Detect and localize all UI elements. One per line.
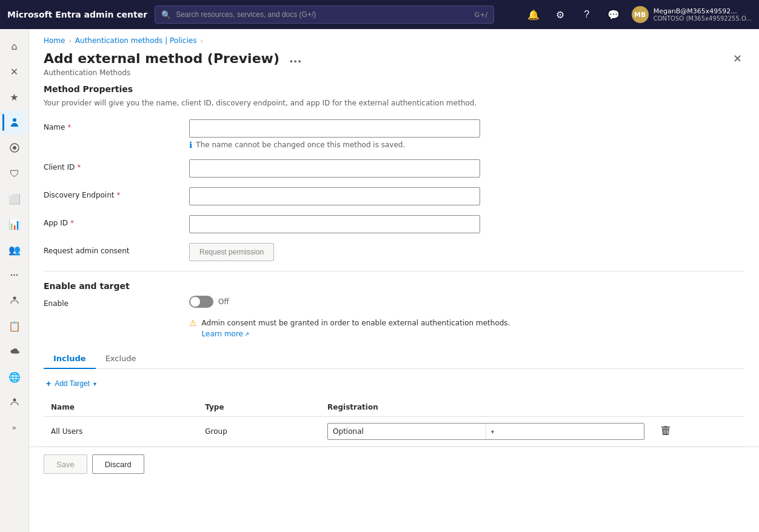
client-id-label: Client ID * bbox=[44, 159, 189, 171]
discovery-endpoint-field bbox=[189, 187, 744, 205]
add-target-button[interactable]: + Add Target ▾ bbox=[44, 376, 99, 391]
page-header-titles: Add external method (Preview) ... Authen… bbox=[44, 50, 723, 77]
breadcrumb: Home › Authentication methods | Policies… bbox=[29, 29, 759, 50]
sidebar-item-identity[interactable] bbox=[2, 136, 27, 160]
breadcrumb-sep-2: › bbox=[200, 37, 202, 45]
enable-label: Enable bbox=[44, 296, 189, 308]
enable-state-label: Off bbox=[218, 298, 229, 306]
page-header: Add external method (Preview) ... Authen… bbox=[29, 50, 759, 84]
learn-more-link[interactable]: Learn more ↗ bbox=[202, 328, 250, 339]
external-link-icon: ↗ bbox=[244, 330, 249, 339]
section2-title: Enable and target bbox=[44, 281, 744, 291]
brand-title: Microsoft Entra admin center bbox=[7, 10, 147, 19]
search-icon: 🔍 bbox=[161, 10, 171, 19]
table-body: All Users Group Optional ▾ bbox=[44, 417, 744, 447]
header-ellipsis-button[interactable]: ... bbox=[284, 50, 307, 67]
app-id-required: * bbox=[70, 219, 74, 227]
chevron-down-icon: ▾ bbox=[93, 381, 96, 387]
registration-dropdown[interactable]: Optional ▾ bbox=[327, 423, 644, 440]
col-header-registration: Registration bbox=[320, 398, 652, 417]
enable-toggle-row: Enable Off ⚠ Admin consent must be grant… bbox=[44, 296, 744, 339]
app-id-label: App ID * bbox=[44, 215, 189, 227]
include-exclude-tabs: Include Exclude bbox=[44, 349, 744, 369]
user-org: CONTOSO (M365x49592255.O... bbox=[654, 15, 752, 22]
svg-point-3 bbox=[13, 297, 16, 300]
section1-desc: Your provider will give you the name, cl… bbox=[44, 99, 744, 107]
top-nav: Microsoft Entra admin center 🔍 G+/ 🔔 ⚙ ?… bbox=[0, 0, 759, 29]
content-area: Home › Authentication methods | Policies… bbox=[29, 29, 759, 532]
save-button[interactable]: Save bbox=[44, 454, 87, 474]
sidebar-item-app-registrations[interactable]: ⬜ bbox=[2, 187, 27, 211]
form-content: Method Properties Your provider will giv… bbox=[29, 84, 759, 447]
info-icon: ℹ bbox=[189, 140, 192, 150]
trash-icon bbox=[661, 426, 670, 436]
svg-point-4 bbox=[13, 399, 16, 402]
section-divider bbox=[44, 271, 744, 271]
sidebar-item-monitoring[interactable]: 📊 bbox=[2, 212, 27, 236]
breadcrumb-section[interactable]: Authentication methods | Policies bbox=[75, 36, 197, 45]
request-permission-button[interactable]: Request permission bbox=[189, 243, 274, 261]
search-input[interactable] bbox=[176, 10, 470, 19]
sidebar-item-reports[interactable]: 📋 bbox=[2, 314, 27, 338]
sidebar-expand-button[interactable]: » bbox=[2, 416, 27, 440]
app-id-field bbox=[189, 215, 744, 233]
app-body: ⌂ ✕ ★ 🛡 ⬜ 📊 👥 ··· 📋 🌐 » Hom bbox=[0, 29, 759, 532]
top-nav-icons: 🔔 ⚙ ? 💬 MB MeganB@M365x49592... CONTOSO … bbox=[525, 6, 752, 23]
discovery-required: * bbox=[116, 191, 120, 199]
sidebar-item-close[interactable]: ✕ bbox=[2, 59, 27, 84]
sidebar-item-protection[interactable]: 🛡 bbox=[2, 161, 27, 185]
feedback-button[interactable]: 💬 bbox=[605, 6, 622, 23]
sidebar-item-global[interactable]: 🌐 bbox=[2, 365, 27, 389]
col-header-actions bbox=[652, 398, 744, 417]
sidebar-item-home[interactable]: ⌂ bbox=[2, 34, 27, 58]
registration-value: Optional bbox=[328, 427, 486, 436]
sidebar-item-groups[interactable]: 👥 bbox=[2, 238, 27, 262]
sidebar-item-user-management[interactable] bbox=[2, 288, 27, 313]
admin-consent-field: Request permission bbox=[189, 243, 744, 261]
name-input[interactable] bbox=[189, 119, 480, 138]
sidebar-item-more[interactable]: ··· bbox=[2, 263, 27, 287]
add-icon: + bbox=[46, 379, 51, 388]
sidebar-item-favorites[interactable]: ★ bbox=[2, 85, 27, 109]
enable-toggle[interactable] bbox=[189, 296, 213, 308]
client-id-required: * bbox=[77, 163, 81, 171]
page-title-row: Add external method (Preview) ... bbox=[44, 50, 723, 67]
help-button[interactable]: ? bbox=[578, 6, 595, 23]
name-label: Name * bbox=[44, 119, 189, 131]
sidebar-item-admin[interactable] bbox=[2, 390, 27, 414]
row-registration: Optional ▾ bbox=[320, 417, 652, 447]
settings-button[interactable]: ⚙ bbox=[552, 6, 569, 23]
enable-warning: ⚠ Admin consent must be granted in order… bbox=[189, 318, 555, 339]
name-field: ℹ The name cannot be changed once this m… bbox=[189, 119, 744, 150]
app-id-input[interactable] bbox=[189, 215, 480, 233]
client-id-field-row: Client ID * bbox=[44, 159, 744, 178]
user-details: MeganB@M365x49592... CONTOSO (M365x49592… bbox=[654, 7, 752, 22]
page-subtitle: Authentication Methods bbox=[44, 68, 723, 77]
name-required: * bbox=[67, 123, 71, 131]
avatar: MB bbox=[632, 6, 649, 23]
enable-toggle-field: Off ⚠ Admin consent must be granted in o… bbox=[189, 296, 555, 339]
breadcrumb-home[interactable]: Home bbox=[44, 36, 65, 45]
tab-include[interactable]: Include bbox=[44, 349, 96, 369]
search-bar[interactable]: 🔍 G+/ bbox=[155, 5, 494, 24]
sidebar-item-cloud[interactable] bbox=[2, 339, 27, 364]
tab-exclude[interactable]: Exclude bbox=[96, 349, 146, 369]
close-panel-button[interactable]: ✕ bbox=[731, 50, 744, 68]
user-info[interactable]: MB MeganB@M365x49592... CONTOSO (M365x49… bbox=[632, 6, 752, 23]
discovery-endpoint-field-row: Discovery Endpoint * bbox=[44, 187, 744, 205]
row-name: All Users bbox=[44, 417, 198, 447]
sidebar-item-users[interactable] bbox=[2, 110, 27, 135]
page-title: Add external method (Preview) bbox=[44, 51, 279, 66]
client-id-input[interactable] bbox=[189, 159, 480, 178]
delete-row-button[interactable] bbox=[659, 424, 672, 440]
admin-consent-row: Request admin consent Request permission bbox=[44, 243, 744, 261]
discard-button[interactable]: Discard bbox=[92, 454, 144, 474]
targets-table: Name Type Registration All Users Group O… bbox=[44, 398, 744, 447]
discovery-endpoint-label: Discovery Endpoint * bbox=[44, 187, 189, 199]
table-header: Name Type Registration bbox=[44, 398, 744, 417]
dropdown-arrow-icon: ▾ bbox=[486, 424, 644, 439]
form-footer: Save Discard bbox=[29, 447, 759, 481]
discovery-endpoint-input[interactable] bbox=[189, 187, 480, 205]
keyboard-shortcut: G+/ bbox=[475, 11, 487, 19]
notifications-button[interactable]: 🔔 bbox=[525, 6, 542, 23]
